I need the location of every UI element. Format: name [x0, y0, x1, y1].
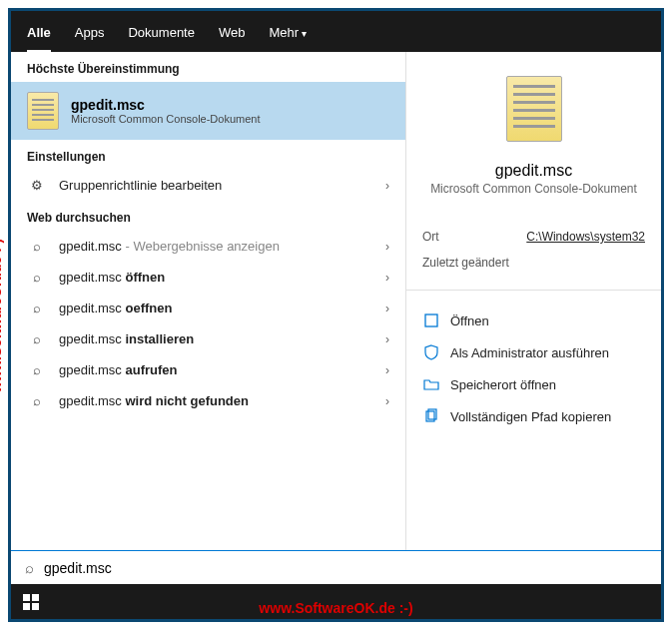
best-match-result[interactable]: gpedit.msc Microsoft Common Console-Doku… — [11, 82, 405, 140]
action-label: Vollständigen Pfad kopieren — [450, 409, 611, 424]
action-label: Als Administrator ausführen — [450, 345, 609, 360]
web-result-2[interactable]: ⌕gpedit.msc oeffnen› — [11, 293, 405, 323]
search-panel: Alle Apps Dokumente Web Mehr▾ Höchste Üb… — [11, 11, 661, 584]
result-label: gpedit.msc aufrufen — [59, 362, 373, 377]
detail-pane: gpedit.msc Microsoft Common Console-Doku… — [405, 52, 661, 550]
chevron-right-icon: › — [385, 240, 389, 254]
best-match-title: gpedit.msc — [71, 97, 261, 113]
tab-more[interactable]: Mehr▾ — [269, 19, 307, 52]
start-button[interactable] — [11, 584, 51, 619]
tab-all[interactable]: Alle — [27, 19, 51, 52]
web-result-5[interactable]: ⌕gpedit.msc wird nicht gefunden› — [11, 385, 405, 416]
chevron-right-icon: › — [385, 271, 389, 285]
search-icon: ⌕ — [27, 239, 47, 254]
web-result-1[interactable]: ⌕gpedit.msc öffnen› — [11, 262, 405, 293]
action-run-admin[interactable]: Als Administrator ausführen — [422, 336, 645, 368]
search-icon: ⌕ — [27, 331, 47, 346]
section-settings: Einstellungen — [11, 140, 405, 170]
search-input-text: gpedit.msc — [44, 560, 112, 576]
search-icon: ⌕ — [27, 393, 47, 408]
web-result-0[interactable]: ⌕gpedit.msc - Webergebnisse anzeigen› — [11, 231, 405, 262]
action-copy-path[interactable]: Vollständigen Pfad kopieren — [422, 400, 645, 432]
copy-icon — [422, 407, 440, 425]
action-open[interactable]: Öffnen — [422, 305, 645, 336]
search-icon: ⌕ — [27, 362, 47, 377]
tab-documents[interactable]: Dokumente — [128, 19, 194, 52]
svg-rect-4 — [32, 594, 39, 601]
meta-label: Zuletzt geändert — [422, 256, 512, 270]
svg-rect-6 — [32, 603, 39, 610]
gear-icon: ⚙ — [27, 178, 47, 193]
meta-label: Ort — [422, 230, 496, 244]
svg-rect-5 — [23, 603, 30, 610]
svg-rect-0 — [425, 315, 437, 326]
result-label: gpedit.msc wird nicht gefunden — [59, 393, 373, 408]
svg-rect-3 — [23, 594, 30, 601]
result-label: gpedit.msc - Webergebnisse anzeigen — [59, 239, 373, 254]
watermark-vertical: www.SoftwareOK.de :-) — [0, 238, 4, 391]
best-match-text: gpedit.msc Microsoft Common Console-Doku… — [71, 97, 261, 125]
chevron-right-icon: › — [385, 179, 389, 193]
detail-subtitle: Microsoft Common Console-Dokument — [422, 182, 645, 196]
search-icon: ⌕ — [27, 301, 47, 315]
tab-web[interactable]: Web — [219, 19, 246, 52]
search-icon: ⌕ — [25, 559, 34, 576]
result-label: Gruppenrichtlinie bearbeiten — [59, 178, 373, 193]
result-label: gpedit.msc öffnen — [59, 270, 373, 285]
chevron-right-icon: › — [385, 332, 389, 346]
content-area: Höchste Übereinstimmung gpedit.msc Micro… — [11, 52, 661, 550]
chevron-right-icon: › — [385, 302, 389, 315]
shield-icon — [422, 343, 440, 361]
open-icon — [422, 312, 440, 329]
search-input-box[interactable]: ⌕ gpedit.msc — [11, 550, 661, 584]
meta-location: Ort C:\Windows\system32 — [422, 224, 645, 250]
chevron-right-icon: › — [385, 394, 389, 408]
section-web: Web durchsuchen — [11, 201, 405, 231]
action-label: Öffnen — [450, 314, 489, 328]
best-match-subtitle: Microsoft Common Console-Dokument — [71, 113, 261, 125]
action-open-location[interactable]: Speicherort öffnen — [422, 368, 645, 400]
result-label: gpedit.msc installieren — [59, 331, 373, 346]
search-icon: ⌕ — [27, 270, 47, 285]
divider — [406, 290, 661, 291]
tabs-bar: Alle Apps Dokumente Web Mehr▾ — [11, 11, 661, 52]
chevron-right-icon: › — [385, 363, 389, 377]
results-column: Höchste Übereinstimmung gpedit.msc Micro… — [11, 52, 405, 550]
web-result-3[interactable]: ⌕gpedit.msc installieren› — [11, 323, 405, 354]
chevron-down-icon: ▾ — [302, 28, 307, 39]
detail-filename: gpedit.msc — [422, 162, 645, 180]
document-icon — [27, 92, 59, 130]
meta-modified: Zuletzt geändert — [422, 250, 645, 276]
section-best-match: Höchste Übereinstimmung — [11, 52, 405, 82]
settings-item-gpo-edit[interactable]: ⚙ Gruppenrichtlinie bearbeiten › — [11, 170, 405, 201]
detail-meta: Ort C:\Windows\system32 Zuletzt geändert — [422, 224, 645, 276]
action-label: Speicherort öffnen — [450, 377, 556, 392]
watermark-bottom: www.SoftwareOK.de :-) — [259, 600, 412, 616]
meta-value[interactable]: C:\Windows\system32 — [526, 230, 645, 244]
web-result-4[interactable]: ⌕gpedit.msc aufrufen› — [11, 354, 405, 385]
folder-icon — [422, 375, 440, 393]
result-label: gpedit.msc oeffnen — [59, 301, 373, 315]
tab-apps[interactable]: Apps — [75, 19, 105, 52]
document-large-icon — [506, 76, 562, 142]
